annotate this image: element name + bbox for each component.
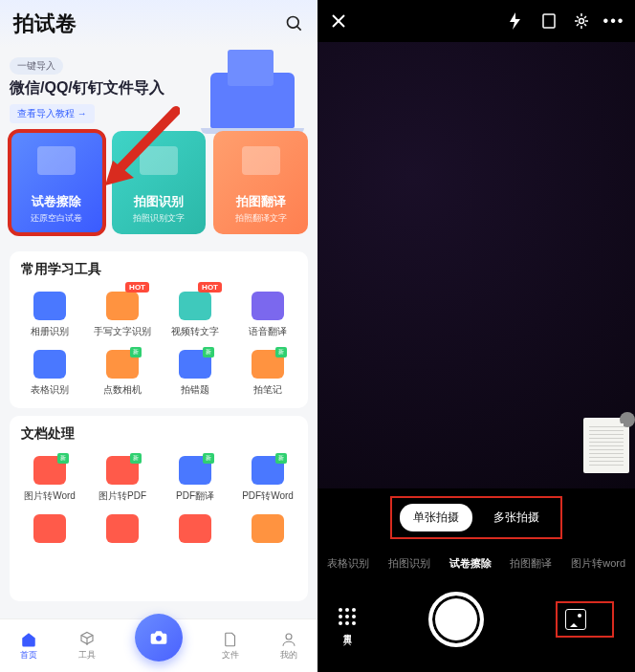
tool-item[interactable] bbox=[13, 509, 86, 553]
search-icon[interactable] bbox=[285, 14, 304, 33]
close-icon[interactable] bbox=[329, 11, 348, 31]
camera-modes-row[interactable]: 表格识别 拍图识别 试卷擦除 拍图翻译 图片转word bbox=[318, 547, 635, 580]
preview-thumbnail[interactable] bbox=[583, 418, 629, 473]
tab-label: 首页 bbox=[20, 649, 37, 661]
gallery-button[interactable]: 图库 bbox=[556, 601, 614, 638]
mode-item-active[interactable]: 试卷擦除 bbox=[449, 556, 492, 571]
mode-multi[interactable]: 多张拍摄 bbox=[480, 504, 553, 531]
card-title: 拍图翻译 bbox=[236, 193, 286, 210]
import-banner[interactable]: 一键导入 微信/QQ/钉钉文件导入 查看导入教程 → bbox=[10, 48, 308, 131]
doc-icon: 新 bbox=[106, 456, 139, 485]
tool-icon: 新 bbox=[106, 350, 139, 379]
doc-icon bbox=[33, 514, 66, 543]
app-left-pane: 拍试卷 一键导入 微信/QQ/钉钉文件导入 查看导入教程 → 试卷擦除 还原空白… bbox=[0, 0, 318, 672]
card-sub: 还原空白试卷 bbox=[31, 212, 82, 225]
tool-label: PDF翻译 bbox=[176, 489, 214, 503]
toolbox-label: 常用工具 bbox=[341, 627, 354, 631]
card-title: 试卷擦除 bbox=[32, 193, 81, 210]
paper-icon bbox=[37, 146, 76, 175]
mode-item[interactable]: 拍图识别 bbox=[388, 556, 430, 571]
tab-tools[interactable]: 工具 bbox=[77, 631, 97, 661]
svg-point-3 bbox=[286, 634, 292, 639]
header: 拍试卷 bbox=[0, 0, 318, 48]
ratio-icon[interactable] bbox=[539, 11, 558, 31]
mode-item[interactable]: 图片转word bbox=[571, 556, 625, 571]
svg-point-7 bbox=[580, 19, 584, 24]
mode-item[interactable]: 表格识别 bbox=[327, 556, 369, 571]
svg-point-2 bbox=[156, 635, 162, 640]
feature-cards: 试卷擦除 还原空白试卷 拍图识别 拍照识别文字 拍图翻译 拍照翻译文字 bbox=[0, 131, 318, 244]
camera-viewfinder[interactable] bbox=[318, 42, 635, 488]
doc-icon bbox=[179, 514, 211, 543]
tool-item[interactable]: 相册识别 bbox=[13, 286, 86, 344]
flash-icon[interactable] bbox=[507, 11, 526, 31]
mode-single[interactable]: 单张拍摄 bbox=[400, 504, 472, 531]
tool-icon bbox=[252, 292, 284, 320]
tool-label: 视频转文字 bbox=[171, 325, 219, 338]
tool-label: 手写文字识别 bbox=[94, 325, 151, 338]
tool-item[interactable]: 新点数相机 bbox=[86, 344, 159, 402]
svg-line-1 bbox=[297, 27, 301, 31]
tab-files[interactable]: 文件 bbox=[221, 631, 240, 661]
card-erase-paper[interactable]: 试卷擦除 还原空白试卷 bbox=[10, 131, 104, 234]
card-title: 拍图识别 bbox=[134, 193, 184, 210]
camera-button[interactable] bbox=[135, 614, 183, 661]
camera-icon bbox=[140, 146, 178, 175]
banner-illustration bbox=[192, 48, 302, 132]
shutter-button[interactable] bbox=[428, 592, 484, 647]
camera-controls: 常用工具 图库 bbox=[318, 580, 635, 672]
tool-item[interactable]: 新拍笔记 bbox=[231, 344, 304, 402]
tab-profile[interactable]: 我的 bbox=[279, 631, 298, 661]
section-title: 常用学习工具 bbox=[13, 261, 304, 286]
doc-icon: 新 bbox=[33, 456, 66, 485]
tool-icon: 新 bbox=[252, 350, 284, 379]
section-learning-tools: 常用学习工具 相册识别HOT手写文字识别HOT视频转文字语音翻译表格识别新点数相… bbox=[10, 251, 308, 408]
gallery-label: 图库 bbox=[592, 618, 604, 620]
more-icon[interactable]: ••• bbox=[604, 11, 624, 31]
tool-label: PDF转Word bbox=[242, 489, 294, 503]
tool-label: 点数相机 bbox=[103, 383, 142, 397]
tool-item[interactable]: 新图片转PDF bbox=[86, 450, 159, 509]
tab-label: 我的 bbox=[280, 649, 297, 661]
tool-icon bbox=[33, 350, 66, 379]
tool-item[interactable]: HOT视频转文字 bbox=[159, 286, 231, 344]
doc-icon: 新 bbox=[179, 456, 211, 485]
camera-icon bbox=[148, 628, 169, 647]
tool-item[interactable]: 新图片转Word bbox=[13, 450, 86, 509]
tool-item[interactable]: 表格识别 bbox=[13, 344, 86, 402]
app-title: 拍试卷 bbox=[13, 10, 275, 38]
gallery-icon bbox=[565, 609, 586, 630]
card-ocr[interactable]: 拍图识别 拍照识别文字 bbox=[112, 131, 207, 234]
banner-link[interactable]: 查看导入教程 → bbox=[10, 104, 95, 123]
tool-label: 拍笔记 bbox=[253, 383, 282, 397]
card-translate[interactable]: 拍图翻译 拍照翻译文字 bbox=[213, 131, 308, 234]
cube-icon bbox=[77, 631, 97, 648]
tool-item[interactable] bbox=[86, 509, 159, 553]
grid-icon bbox=[339, 608, 356, 625]
svg-point-0 bbox=[288, 17, 299, 29]
doc-icon: 新 bbox=[252, 456, 284, 485]
image-icon bbox=[242, 146, 280, 175]
tool-label: 拍错题 bbox=[181, 383, 209, 397]
tab-home[interactable]: 首页 bbox=[19, 631, 38, 661]
user-icon bbox=[279, 631, 298, 648]
tool-label: 图片转PDF bbox=[99, 489, 146, 503]
mode-item[interactable]: 拍图翻译 bbox=[510, 556, 552, 571]
tool-icon: 新 bbox=[179, 350, 211, 379]
tool-item[interactable]: 新PDF转Word bbox=[231, 450, 304, 509]
card-sub: 拍照识别文字 bbox=[133, 212, 185, 225]
tool-item[interactable]: HOT手写文字识别 bbox=[86, 286, 159, 344]
bottom-tabbar: 首页 工具 文件 我的 bbox=[0, 618, 318, 672]
tool-label: 语音翻译 bbox=[249, 325, 287, 338]
tool-item[interactable] bbox=[231, 509, 304, 553]
tool-item[interactable]: 语音翻译 bbox=[231, 286, 304, 344]
tool-item[interactable] bbox=[159, 509, 231, 553]
section-title: 文档处理 bbox=[13, 425, 304, 450]
shot-mode-toggle: 单张拍摄 多张拍摄 bbox=[390, 496, 562, 539]
settings-icon[interactable] bbox=[572, 11, 591, 31]
toolbox-button[interactable]: 常用工具 bbox=[339, 608, 356, 631]
tool-item[interactable]: 新PDF翻译 bbox=[159, 450, 231, 509]
tool-item[interactable]: 新拍错题 bbox=[159, 344, 231, 402]
tool-icon bbox=[33, 292, 66, 320]
tool-label: 相册识别 bbox=[31, 325, 69, 338]
